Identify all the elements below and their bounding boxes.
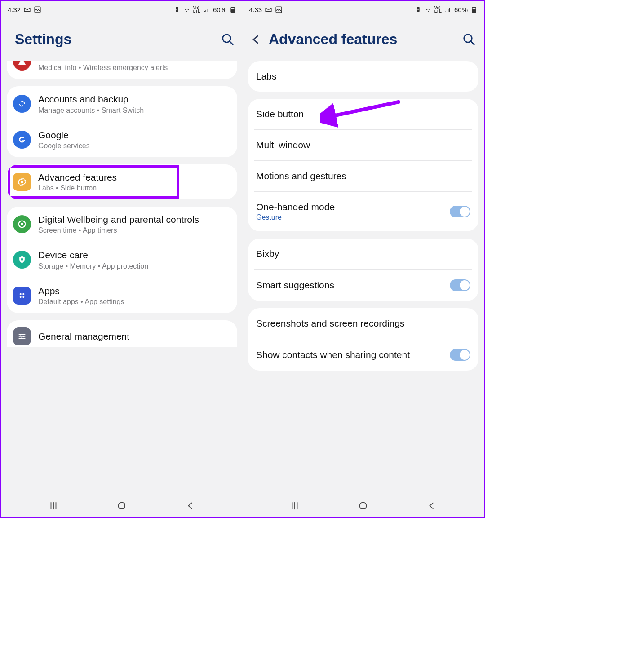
- back-button[interactable]: [186, 501, 195, 511]
- row-title: Side button: [256, 109, 470, 119]
- svg-rect-27: [360, 503, 366, 509]
- toggle-one-handed[interactable]: [450, 206, 470, 217]
- page-title: Advanced features: [269, 31, 456, 48]
- settings-row-advanced-features[interactable]: Advanced features Labs • Side button: [7, 164, 237, 199]
- battery-icon: [229, 6, 236, 13]
- row-screenshots[interactable]: Screenshots and screen recordings: [248, 308, 478, 339]
- page-title: Settings: [15, 31, 215, 48]
- signal-icon: [444, 6, 452, 13]
- row-subtitle: Manage accounts • Smart Switch: [38, 106, 231, 115]
- row-title: Multi window: [256, 140, 470, 150]
- svg-point-16: [20, 334, 21, 335]
- svg-point-14: [20, 296, 22, 298]
- settings-group-accounts: Accounts and backup Manage accounts • Sm…: [7, 86, 237, 157]
- row-title: General management: [38, 331, 231, 342]
- group-bixby: Bixby Smart suggestions: [248, 239, 478, 301]
- row-show-contacts-sharing[interactable]: Show contacts when sharing content: [248, 339, 478, 371]
- svg-rect-3: [231, 9, 235, 13]
- row-title: Smart suggestions: [256, 280, 450, 291]
- settings-content: x Medical info • Wireless emergency aler…: [1, 61, 243, 495]
- gallery-icon: [275, 6, 283, 13]
- svg-point-11: [21, 258, 23, 261]
- row-title: Show contacts when sharing content: [256, 349, 450, 360]
- group-interactions: Side button Multi window Motions and ges…: [248, 99, 478, 231]
- phone-right-advanced: 4:33 Vo)LTE 60% Advanced features Labs: [243, 1, 484, 517]
- google-icon: [13, 131, 31, 149]
- phone-left-settings: 4:32 Vo)LTE 60% Settings: [1, 1, 243, 517]
- row-title: Accounts and backup: [38, 93, 231, 105]
- settings-group-device: Digital Wellbeing and parental controls …: [7, 207, 237, 313]
- back-icon[interactable]: [250, 33, 262, 46]
- advanced-content: Labs Side button Multi window Motions an…: [243, 61, 484, 495]
- svg-rect-24: [473, 7, 475, 7]
- clock: 4:33: [249, 6, 262, 13]
- toggle-show-contacts[interactable]: [450, 349, 470, 361]
- row-title: Device care: [38, 249, 231, 261]
- row-labs[interactable]: Labs: [248, 61, 478, 92]
- page-header: Settings: [1, 18, 243, 61]
- svg-point-7: [22, 63, 22, 64]
- svg-point-17: [23, 336, 24, 337]
- sync-icon: [13, 95, 31, 113]
- home-button[interactable]: [358, 500, 368, 511]
- settings-row-device-care[interactable]: Device care Storage • Memory • App prote…: [7, 242, 237, 277]
- svg-point-13: [22, 293, 24, 295]
- row-subtitle: Default apps • App settings: [38, 298, 231, 306]
- search-icon[interactable]: [221, 33, 235, 46]
- row-multi-window[interactable]: Multi window: [248, 130, 478, 160]
- settings-row-apps[interactable]: Apps Default apps • App settings: [7, 278, 237, 313]
- wifi-icon: [425, 6, 432, 13]
- gear-icon: [13, 173, 31, 191]
- svg-rect-4: [232, 7, 234, 7]
- recents-button[interactable]: [49, 501, 58, 511]
- svg-rect-23: [472, 9, 476, 13]
- row-bixby[interactable]: Bixby: [248, 239, 478, 269]
- row-title: Bixby: [256, 248, 470, 259]
- row-title: Screenshots and screen recordings: [256, 318, 470, 329]
- settings-row-wellbeing[interactable]: Digital Wellbeing and parental controls …: [7, 207, 237, 242]
- row-title: Labs: [256, 71, 470, 82]
- row-side-button[interactable]: Side button: [248, 99, 478, 129]
- row-subtitle: Gesture: [256, 213, 450, 221]
- toggle-smart-suggestions[interactable]: [450, 279, 470, 291]
- row-subtitle: Storage • Memory • App protection: [38, 262, 231, 270]
- shield-icon: [13, 251, 31, 269]
- settings-row-general-management[interactable]: General management: [7, 320, 237, 347]
- gmail-icon: [265, 6, 272, 13]
- row-smart-suggestions[interactable]: Smart suggestions: [248, 270, 478, 301]
- row-title: Google: [38, 129, 231, 141]
- row-subtitle: Screen time • App timers: [38, 226, 231, 234]
- battery-icon: [470, 6, 478, 13]
- back-button[interactable]: [427, 501, 437, 511]
- row-title: One-handed mode: [256, 202, 450, 212]
- row-title: Advanced features: [38, 172, 231, 183]
- svg-point-12: [20, 293, 22, 295]
- gallery-icon: [34, 6, 41, 13]
- search-icon[interactable]: [462, 33, 476, 46]
- grid-icon: [13, 287, 31, 305]
- svg-point-18: [21, 337, 22, 339]
- row-title: Motions and gestures: [256, 171, 470, 181]
- home-button[interactable]: [116, 500, 127, 511]
- settings-row-safety[interactable]: x Medical info • Wireless emergency aler…: [7, 61, 237, 79]
- nav-bar: [243, 495, 484, 517]
- svg-point-15: [22, 296, 24, 298]
- group-labs: Labs: [248, 61, 478, 92]
- battery-pct: 60%: [213, 6, 226, 13]
- row-motions-gestures[interactable]: Motions and gestures: [248, 161, 478, 191]
- page-header: Advanced features: [243, 18, 484, 61]
- gmail-icon: [23, 6, 31, 13]
- recents-button[interactable]: [290, 501, 300, 511]
- target-icon: [13, 215, 31, 233]
- settings-group-general: General management: [7, 320, 237, 347]
- settings-row-google[interactable]: Google Google services: [7, 122, 237, 157]
- group-screenshots: Screenshots and screen recordings Show c…: [248, 308, 478, 371]
- settings-row-accounts-backup[interactable]: Accounts and backup Manage accounts • Sm…: [7, 86, 237, 121]
- row-one-handed-mode[interactable]: One-handed mode Gesture: [248, 192, 478, 231]
- wifi-icon: [183, 6, 190, 13]
- battery-pct: 60%: [454, 6, 468, 13]
- row-subtitle: Labs • Side button: [38, 184, 231, 192]
- status-bar: 4:33 Vo)LTE 60%: [243, 1, 484, 18]
- volte-icon: Vo)LTE: [193, 6, 200, 13]
- battery-saver-icon: [173, 6, 181, 13]
